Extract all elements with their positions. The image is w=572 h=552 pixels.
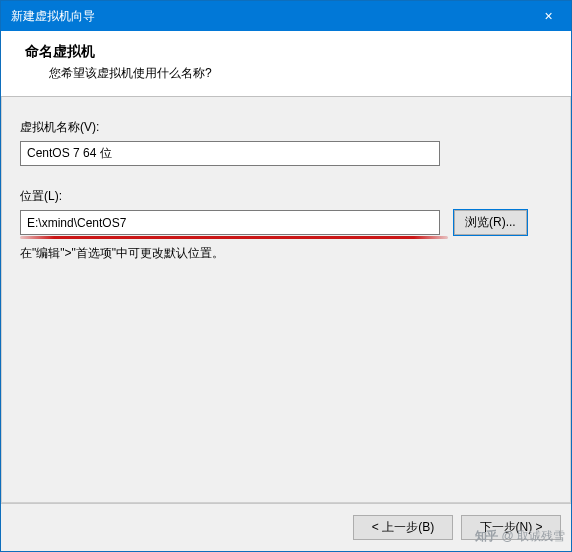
page-title: 命名虚拟机 xyxy=(25,43,547,61)
wizard-content: 虚拟机名称(V): 位置(L): 浏览(R)... 在"编辑">"首选项"中可更… xyxy=(1,97,571,503)
vm-name-label: 虚拟机名称(V): xyxy=(20,119,552,136)
vm-location-group: 位置(L): 浏览(R)... 在"编辑">"首选项"中可更改默认位置。 xyxy=(20,188,552,262)
vm-name-group: 虚拟机名称(V): xyxy=(20,119,552,166)
close-button[interactable]: × xyxy=(526,1,571,31)
vm-name-input[interactable] xyxy=(20,141,440,166)
browse-button[interactable]: 浏览(R)... xyxy=(454,210,527,235)
annotation-underline xyxy=(20,236,448,239)
vm-location-label: 位置(L): xyxy=(20,188,552,205)
page-subtitle: 您希望该虚拟机使用什么名称? xyxy=(25,65,547,82)
titlebar: 新建虚拟机向导 × xyxy=(1,1,571,31)
vm-location-input[interactable] xyxy=(20,210,440,235)
back-button[interactable]: < 上一步(B) xyxy=(353,515,453,540)
location-hint: 在"编辑">"首选项"中可更改默认位置。 xyxy=(20,245,552,262)
location-row: 浏览(R)... xyxy=(20,210,552,235)
window-title: 新建虚拟机向导 xyxy=(11,8,526,25)
button-bar: < 上一步(B) 下一步(N) > 知乎 @ 取诚残雪 xyxy=(1,503,571,551)
wizard-header: 命名虚拟机 您希望该虚拟机使用什么名称? xyxy=(1,31,571,97)
close-icon: × xyxy=(544,8,552,24)
next-button[interactable]: 下一步(N) > xyxy=(461,515,561,540)
wizard-window: 新建虚拟机向导 × 命名虚拟机 您希望该虚拟机使用什么名称? 虚拟机名称(V):… xyxy=(0,0,572,552)
